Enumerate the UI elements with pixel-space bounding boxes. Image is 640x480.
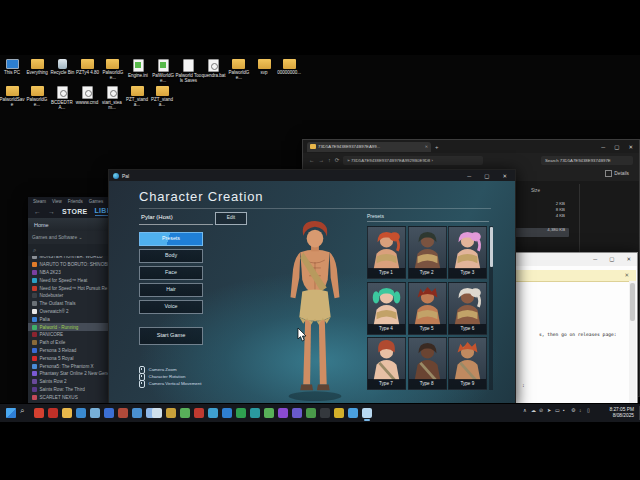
pinned-app-rust[interactable] [118,408,128,418]
app-purple-circle[interactable] [278,408,288,418]
details-button[interactable]: Details [605,170,629,177]
pinned-app-red[interactable] [34,408,44,418]
app-dark-dot[interactable] [320,408,330,418]
tray-icon[interactable]: ☁ [531,407,536,413]
steam-menu-view[interactable]: View [52,199,62,204]
tray-icon[interactable]: ▯ [587,407,590,413]
menu-button-voice[interactable]: Voice [139,300,203,314]
pinned-app-azure[interactable] [132,408,142,418]
desktop-icon[interactable]: Engine.ini [125,59,151,78]
scrollbar-thumb[interactable] [490,227,493,267]
desktop-icon[interactable]: BCDEDTRA... [49,86,75,110]
desktop-icon[interactable]: wwww.cmd [74,86,100,105]
tray-icon[interactable]: ↓ [579,407,582,413]
refresh-icon[interactable]: ⟳ [335,157,340,163]
desktop-icon[interactable]: This PC [0,59,25,75]
app-diamond[interactable] [334,408,344,418]
start-button[interactable] [6,408,16,418]
desktop-icon[interactable]: Everything [24,59,50,75]
desktop-icon[interactable]: PalworldGe... [100,59,126,80]
start-game-button[interactable]: Start Game [139,327,203,345]
search-icon[interactable]: ⌕ [20,406,30,416]
desktop-icon[interactable]: start_steam... [99,86,125,110]
desktop-icon[interactable]: PalWorldGe... [150,59,176,83]
desktop-icon[interactable]: Palworld Tools Saves [175,59,201,83]
desktop-icon[interactable]: Recycle Bin [49,59,75,75]
app-notepad[interactable] [152,408,162,418]
desktop-icon[interactable]: PZTy4 4.80 [75,59,101,75]
minimize-button[interactable]: ─ [467,173,471,179]
tray-icon[interactable]: ➤ [547,407,551,413]
maximize-button[interactable]: ▢ [484,173,489,179]
tray-icon[interactable]: ▭ [555,407,560,413]
app-green-file[interactable] [264,408,274,418]
forward-icon[interactable]: → [48,208,55,215]
preset-type-1[interactable]: Type 1 [367,226,406,279]
minimize-button[interactable]: ─ [593,256,597,262]
palworld-taskbar-icon[interactable] [362,408,372,418]
new-tab-button[interactable]: + [435,144,439,150]
app-green-circle[interactable] [180,408,190,418]
menu-button-face[interactable]: Face [139,266,203,280]
preset-type-7[interactable]: Type 7 [367,337,406,390]
explorer-tab[interactable]: 73D5A7E9438E9374B97EA99... ✕ [307,142,431,152]
desktop-icon[interactable]: PalworldGe... [24,86,50,107]
desktop-icon[interactable]: PZT_standa... [149,86,175,107]
collection-dropdown[interactable]: Games and Software ⌄ [32,235,82,240]
preset-type-8[interactable]: Type 8 [408,337,447,390]
pinned-app-steelblue[interactable] [90,408,100,418]
desktop-icon[interactable]: PZT_standa... [124,86,150,107]
preset-type-9[interactable]: Type 9 [448,337,487,390]
taskbar-clock[interactable]: 8:27:05 PM 8/08/2025 [609,407,634,419]
pinned-app-royalblue[interactable] [104,408,114,418]
up-icon[interactable]: ↑ [328,157,331,163]
address-input[interactable]: » 73D5A7E9438E9374B97EA9929B0E9D8 › [343,156,483,165]
close-button[interactable]: ✕ [628,144,633,150]
app-blue-circle[interactable] [222,408,232,418]
discord-icon[interactable] [292,408,302,418]
minimize-button[interactable]: ─ [601,144,605,150]
maximize-button[interactable]: ▢ [614,144,619,150]
menu-button-body[interactable]: Body [139,249,203,263]
maximize-button[interactable]: ▢ [609,256,614,262]
player-name-field[interactable]: Pylar (Host) [141,214,173,220]
edit-name-button[interactable]: Edit [215,212,247,225]
preset-type-5[interactable]: Type 5 [408,282,447,335]
menu-button-presets[interactable]: Presets [139,232,203,246]
banner-close-icon[interactable]: ✕ [624,272,629,278]
tray-icon[interactable]: ▪ [563,407,565,413]
app-blue-bird[interactable] [348,408,358,418]
desktop-icon[interactable]: PalworldGe... [226,59,252,80]
tray-icon[interactable]: ∧ [523,407,527,413]
preset-type-4[interactable]: Type 4 [367,282,406,335]
app-amber[interactable] [166,408,176,418]
app-blue-check[interactable] [208,408,218,418]
presets-scrollbar[interactable] [489,226,493,390]
app-green-square[interactable] [236,408,246,418]
app-small-green[interactable] [306,408,316,418]
notepad-scrollbar[interactable] [629,281,636,416]
tab-close-icon[interactable]: ✕ [425,144,428,149]
tray-icon[interactable]: ⚙ [571,407,575,413]
preset-type-6[interactable]: Type 6 [448,282,487,335]
steam-menu-steam[interactable]: Steam [33,199,46,204]
steam-menu-games[interactable]: Games [89,199,104,204]
explorer-search-input[interactable]: Search 73D5A7E9438E9374B97E [541,156,633,165]
pinned-app-crimson[interactable] [48,408,58,418]
size-column-header[interactable]: Size [531,188,540,193]
desktop-icon[interactable]: quendra.bat [201,59,227,78]
back-icon[interactable]: ← [34,208,41,215]
desktop-icon[interactable]: PalworldSave [0,86,25,107]
preset-type-3[interactable]: Type 3 [448,226,487,279]
tab-store[interactable]: STORE [62,208,88,215]
forward-icon[interactable]: → [319,157,325,163]
file-explorer-icon[interactable] [62,408,72,418]
scrollbar-thumb[interactable] [630,283,635,321]
menu-button-hair[interactable]: Hair [139,283,203,297]
pinned-app-blue[interactable] [76,408,86,418]
tray-icon[interactable]: ⊘ [539,407,543,413]
steam-menu-friends[interactable]: Friends [68,199,83,204]
close-button[interactable]: ✕ [502,173,507,179]
character-model[interactable] [259,219,369,405]
security-shield-icon[interactable] [194,408,204,418]
